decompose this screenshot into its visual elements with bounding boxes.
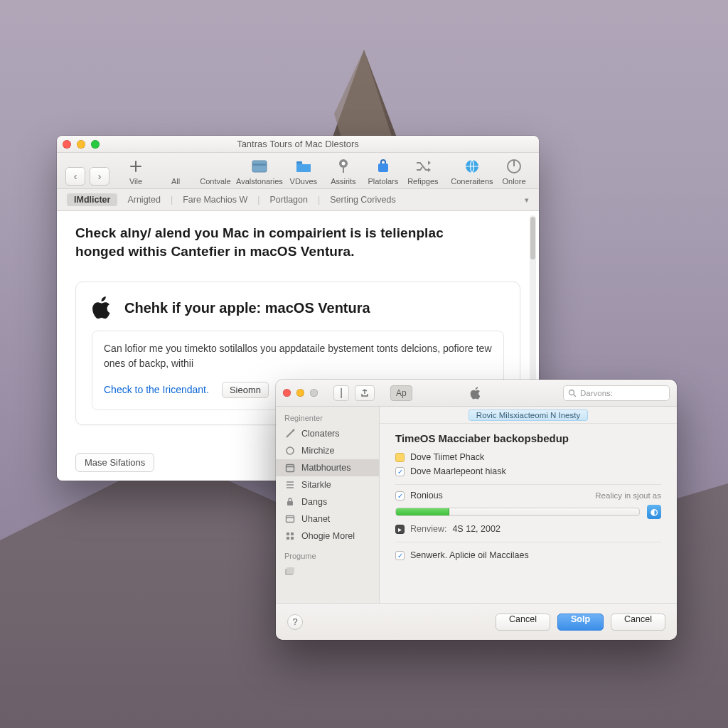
stack-icon: [284, 566, 296, 577]
bag-icon: [373, 157, 393, 176]
apple-logo-icon: [92, 295, 114, 321]
cancel-button-2[interactable]: Cancel: [611, 614, 665, 631]
svg-point-13: [287, 447, 294, 454]
nav-back-button[interactable]: ‹: [65, 167, 85, 186]
circle-icon: [284, 445, 296, 456]
primary-button[interactable]: Solp: [557, 614, 604, 631]
browser-titlebar[interactable]: Tantras Tours of Mac Dlestors: [57, 136, 539, 153]
option-row-1[interactable]: Dove Tiimet Phack: [395, 450, 661, 464]
search-field[interactable]: Darvons:: [563, 385, 670, 401]
checkbox-icon[interactable]: ▸: [395, 525, 405, 534]
toolbar-item-vduves[interactable]: VDuves: [287, 157, 320, 186]
toolbar-share-button[interactable]: [355, 385, 375, 401]
preferences-sidebar: Reginenter Clonaters Mirchize Matbhourte…: [276, 407, 380, 603]
traffic-lights: [283, 389, 318, 397]
tab-active[interactable]: IMdlicter: [67, 193, 117, 206]
toolbar-item-coneraitens[interactable]: Coneraitens: [454, 157, 491, 186]
toolbar-item-avalstonaries[interactable]: Avalstonaries: [239, 157, 280, 186]
svg-point-7: [341, 162, 345, 166]
blank-icon: [205, 157, 225, 176]
sidebar-section-header: Progume: [276, 550, 379, 563]
senwerk-row[interactable]: ✓ Senwerk. Aplicie oil Maccilaes: [395, 548, 661, 562]
tab-item[interactable]: Serting Coriveds: [330, 195, 395, 205]
chevron-down-icon[interactable]: ▾: [525, 196, 529, 205]
column-icon: ⎮: [339, 388, 343, 398]
search-placeholder: Darvons:: [580, 389, 613, 397]
sidebar-item-sitarkle[interactable]: Sitarkle: [276, 476, 379, 493]
preferences-titlebar[interactable]: ⎮ Ap Darvons:: [276, 380, 677, 407]
sidebar-item-label: Ohogie Morel: [301, 531, 355, 541]
review-value: 4S 12, 2002: [452, 524, 500, 534]
toolbar-label: Onlore: [502, 177, 525, 186]
nav-forward-button[interactable]: ›: [90, 167, 109, 186]
svg-rect-17: [287, 532, 289, 535]
minimize-window-button[interactable]: [296, 389, 304, 397]
bottom-pill-button[interactable]: Mase Sifations: [75, 453, 154, 472]
toolbar-item-platolars[interactable]: Platolars: [367, 157, 400, 186]
help-button[interactable]: ?: [287, 614, 303, 630]
review-row: ▸ Renview: 4S 12, 2002: [395, 522, 661, 536]
tab-item[interactable]: Arnigted: [127, 195, 161, 205]
window-icon: [284, 513, 296, 525]
toolbar-label: VDuves: [290, 177, 318, 186]
option-row-2[interactable]: ✓ Dove Maarlepeont hiask: [395, 464, 661, 478]
sidebar-item-clonaters[interactable]: Clonaters: [276, 425, 379, 442]
card-link[interactable]: Check to the Iricendant.: [104, 384, 209, 395]
panel-breadcrumb: Rovic Milsxiacteomi N Inesty: [380, 407, 677, 424]
info-icon: ◐: [651, 507, 658, 517]
checkbox-icon[interactable]: ✓: [395, 491, 405, 500]
toolbar-segment[interactable]: Ap: [390, 385, 412, 401]
folder-icon: [294, 157, 314, 176]
sidebar-item-dangs[interactable]: Dangs: [276, 493, 379, 510]
sidebar-item-label: Clonaters: [301, 429, 340, 439]
chevron-left-icon: ‹: [74, 171, 77, 182]
svg-rect-4: [252, 164, 267, 166]
chevron-right-icon: ›: [98, 171, 102, 182]
sidebar-item-mirchize[interactable]: Mirchize: [276, 442, 379, 459]
calendar-icon: [284, 462, 296, 473]
divider: [395, 484, 661, 485]
checkbox-icon[interactable]: ✓: [395, 551, 405, 560]
apple-logo-icon: [470, 386, 483, 400]
svg-rect-22: [287, 567, 294, 574]
sidebar-item-uhanet[interactable]: Uhanet: [276, 510, 379, 528]
svg-rect-3: [252, 161, 267, 172]
toolbar-item-assirits[interactable]: Assirits: [327, 157, 360, 186]
sidebar-item-label: Mirchize: [301, 446, 335, 456]
toolbar-item-vile[interactable]: Vile: [119, 157, 152, 186]
separator: |: [171, 195, 173, 205]
card-text: Can lofior me you timekto sotilallos you…: [104, 341, 492, 370]
scrollbar-thumb[interactable]: [530, 217, 535, 259]
toolbar-item-contvale[interactable]: Contvale: [199, 157, 232, 186]
status-right-label: Realicy in sjout as: [595, 491, 661, 500]
review-key: Renview:: [410, 524, 446, 534]
sidebar-item-matbhourtes[interactable]: Matbhourtes: [276, 459, 379, 476]
toolbar-label: Vile: [129, 177, 142, 186]
close-window-button[interactable]: [283, 389, 291, 397]
card-secondary-button[interactable]: Sieomn: [222, 382, 269, 398]
toolbar-column-button[interactable]: ⎮: [333, 385, 349, 401]
tab-item[interactable]: Portlagon: [269, 195, 308, 205]
cancel-button[interactable]: Cancel: [496, 614, 550, 631]
card-title: Chehk if your apple: macOS Ventura: [124, 300, 370, 316]
help-icon: ?: [292, 616, 297, 627]
checkbox-icon[interactable]: [395, 453, 405, 462]
svg-rect-20: [291, 537, 294, 540]
breadcrumb-pill[interactable]: Rovic Milsxiacteomi N Inesty: [469, 410, 588, 421]
info-button[interactable]: ◐: [647, 505, 661, 519]
sidebar-item-ohogie-morel[interactable]: Ohogie Morel: [276, 528, 379, 545]
toolbar-label: All: [171, 177, 180, 186]
toolbar-item-onlore[interactable]: Onlore: [498, 157, 530, 186]
tab-item[interactable]: Fare Machios W: [183, 195, 247, 205]
svg-point-12: [293, 429, 295, 432]
sidebar-item-placeholder[interactable]: [276, 563, 379, 580]
browser-toolbar: ‹ › Vile All Contvale Avalstonaries VDuv…: [57, 153, 539, 189]
option-label: Dove Maarlepeont hiask: [410, 466, 506, 476]
svg-rect-18: [291, 532, 294, 535]
wand-icon: [284, 428, 296, 439]
checkbox-icon[interactable]: ✓: [395, 467, 405, 476]
toolbar-item-all[interactable]: All: [159, 157, 192, 186]
svg-point-11: [569, 390, 574, 395]
separator: |: [318, 195, 320, 205]
toolbar-item-refipges[interactable]: Refipges: [407, 157, 439, 186]
